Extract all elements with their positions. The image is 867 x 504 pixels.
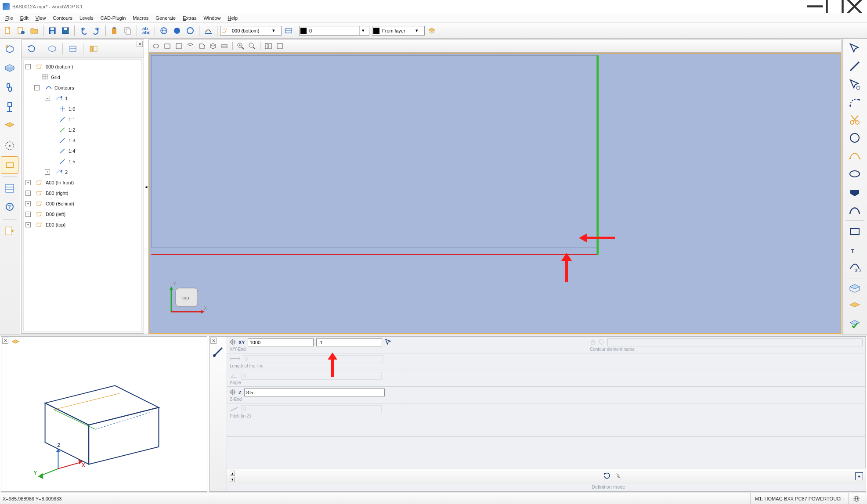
expand-icon[interactable]: + [25, 191, 31, 196]
redo-button[interactable] [90, 25, 103, 37]
z-input[interactable] [244, 389, 385, 396]
copy-button[interactable] [122, 25, 134, 37]
panel-button[interactable] [1, 60, 18, 77]
undo-button[interactable] [77, 25, 90, 37]
linetype-combo[interactable]: ▾ [372, 26, 425, 36]
view-front-button[interactable] [162, 41, 173, 51]
expand-icon[interactable]: + [25, 180, 31, 185]
tree-refresh-button[interactable] [24, 42, 39, 55]
tree-item[interactable]: 1:2 [69, 127, 75, 133]
tree-item[interactable]: B00 (right) [46, 191, 68, 196]
orientation-gizmo[interactable]: top Y X [158, 280, 211, 324]
generate-nc-button[interactable] [202, 25, 214, 37]
trim-button[interactable] [845, 112, 865, 128]
view-iso-button[interactable] [151, 41, 161, 51]
pick-snap-button[interactable] [845, 76, 865, 93]
expand-icon[interactable]: + [25, 201, 31, 206]
tree-view3-button[interactable] [86, 42, 101, 55]
tree[interactable]: −000 (bottom) Grid −Contours −1 1:0 1:1 … [23, 59, 142, 331]
tree-item[interactable]: E00 (top) [46, 222, 65, 227]
single-view-button[interactable] [275, 41, 285, 51]
maximize-button[interactable] [825, 0, 845, 13]
nc-output-button[interactable] [1, 222, 18, 240]
level-combo-value[interactable] [230, 26, 270, 35]
expand-icon[interactable]: + [45, 169, 50, 175]
tree-item[interactable]: A00 (In front) [46, 180, 74, 185]
level-config-button[interactable] [282, 25, 295, 37]
menu-view[interactable]: View [32, 14, 50, 22]
chain-button[interactable] [1, 79, 18, 97]
refresh-icon[interactable] [603, 472, 611, 481]
menu-window[interactable]: Window [200, 14, 224, 22]
tree-item[interactable]: C00 (Behind) [46, 201, 74, 206]
tree-item[interactable]: 000 (bottom) [46, 64, 73, 69]
rectangle-button[interactable] [1, 156, 18, 174]
expand-icon[interactable]: + [25, 222, 31, 227]
expand-icon[interactable]: + [25, 212, 31, 217]
lock-icon[interactable] [590, 339, 596, 346]
status-globe-icon[interactable] [848, 493, 864, 504]
zoom-in-button[interactable] [235, 41, 246, 51]
menu-cadplugin[interactable]: CAD-Plugin [97, 14, 129, 22]
minimize-button[interactable] [805, 0, 825, 13]
xy-x-input[interactable] [248, 338, 314, 346]
3d-button[interactable]: 3D [845, 259, 865, 275]
chevron-down-icon[interactable]: ▾ [270, 26, 277, 35]
expand-icon[interactable]: − [34, 85, 40, 90]
menu-contours[interactable]: Contours [49, 14, 76, 22]
paste-button[interactable] [108, 25, 121, 37]
layer-color-value[interactable] [307, 26, 359, 35]
pocket-button[interactable] [845, 184, 865, 200]
import-button[interactable] [845, 281, 865, 297]
tree-item[interactable]: 1:4 [69, 148, 75, 154]
linetype-value[interactable] [380, 26, 413, 35]
tree-item[interactable]: 1 [65, 96, 68, 101]
circle-outline-button[interactable] [184, 25, 196, 37]
view-bottom-button[interactable] [219, 41, 230, 51]
trimming-button[interactable] [1, 118, 18, 135]
tree-view1-button[interactable] [45, 42, 60, 55]
view-back-button[interactable] [208, 41, 218, 51]
preview-mode-button[interactable] [11, 338, 20, 347]
level-combo[interactable]: ▾ [220, 26, 282, 36]
draw-circle-button[interactable] [845, 130, 865, 146]
zoom-fit-button[interactable] [247, 41, 257, 51]
draw-curve-button[interactable] [845, 202, 865, 218]
menu-edit[interactable]: Edit [17, 14, 32, 22]
tree-item[interactable]: 1:0 [69, 106, 75, 112]
validate-button[interactable] [845, 317, 865, 333]
new-variant-button[interactable] [15, 25, 27, 37]
tree-item[interactable]: 1:3 [69, 138, 75, 143]
draw-arc-button[interactable] [845, 94, 865, 110]
spline-button[interactable] [845, 148, 865, 164]
comment-button[interactable]: ? [1, 199, 18, 216]
props-close-icon[interactable]: ✕ [210, 338, 217, 344]
open-file-button[interactable] [28, 25, 40, 37]
chevron-down-icon[interactable]: ▾ [413, 26, 420, 35]
element-name-input[interactable] [607, 338, 863, 346]
expand-icon[interactable]: − [45, 96, 50, 101]
save-as-button[interactable] [59, 25, 72, 37]
tree-item[interactable]: D00 (left) [46, 212, 65, 217]
close-button[interactable] [845, 0, 864, 13]
pick-point-button[interactable] [845, 40, 865, 57]
draw-text-button[interactable]: T [845, 241, 865, 257]
tree-view2-button[interactable] [65, 42, 80, 55]
tree-close-icon[interactable]: ✕ [137, 41, 143, 47]
tag-icon[interactable] [599, 339, 605, 346]
circle-fill-button[interactable] [171, 25, 183, 37]
view-top-button[interactable] [173, 41, 184, 51]
view-left-button[interactable] [196, 41, 207, 51]
collapse-up-icon[interactable]: ▴ [230, 471, 235, 476]
tree-item[interactable]: 2 [65, 169, 68, 175]
tool-button[interactable] [1, 98, 18, 116]
draw-ellipse-button[interactable] [845, 166, 865, 182]
globe-button[interactable] [158, 25, 170, 37]
split-view-button[interactable] [263, 41, 274, 51]
menu-extras[interactable]: Extras [179, 14, 200, 22]
collapse-down-icon[interactable]: ▾ [230, 477, 235, 482]
canvas-viewport[interactable]: top Y X [148, 53, 842, 334]
pick-icon[interactable] [385, 338, 392, 346]
variables-button[interactable] [1, 180, 18, 197]
element-type-icon[interactable] [212, 346, 224, 359]
